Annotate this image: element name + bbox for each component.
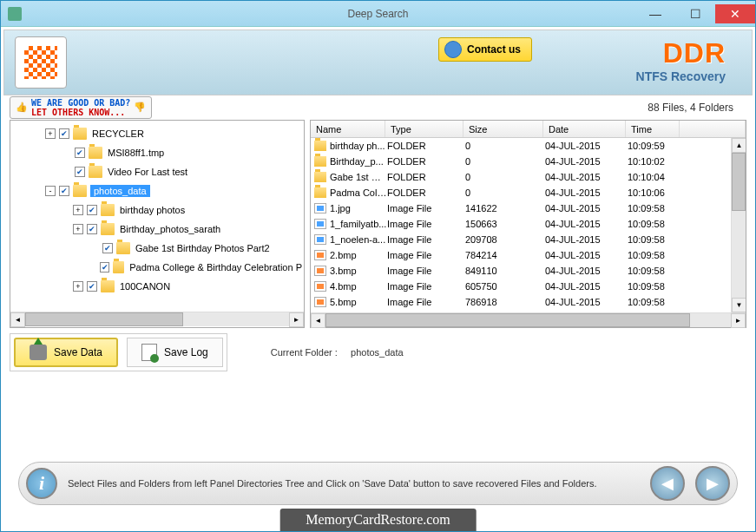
cell-time: 10:09:58 bbox=[628, 219, 681, 229]
folder-icon bbox=[314, 187, 326, 198]
image-icon bbox=[314, 234, 326, 245]
tree-toggle[interactable]: + bbox=[73, 224, 83, 234]
tree-item[interactable]: Gabe 1st Birthday Photos Part2 bbox=[10, 239, 304, 258]
list-row[interactable]: birthday ph...FOLDER004-JUL-201510:09:59 bbox=[311, 138, 731, 154]
col-spacer bbox=[680, 121, 746, 137]
scroll-left-button[interactable]: ◄ bbox=[311, 313, 325, 328]
save-icon bbox=[30, 345, 47, 360]
cell-type: FOLDER bbox=[387, 172, 465, 182]
tree-label[interactable]: birthday photos bbox=[118, 204, 187, 216]
tree-label[interactable]: photos_data bbox=[90, 185, 150, 197]
tree-checkbox[interactable] bbox=[87, 281, 97, 292]
tree-item[interactable]: -photos_data bbox=[10, 181, 304, 200]
cell-size: 209708 bbox=[465, 234, 545, 245]
cell-date: 04-JUL-2015 bbox=[545, 234, 628, 245]
scroll-right-button[interactable]: ► bbox=[731, 313, 746, 328]
col-time[interactable]: Time bbox=[626, 121, 680, 137]
list-hscroll[interactable]: ◄ ► bbox=[311, 312, 746, 327]
scroll-left-button[interactable]: ◄ bbox=[10, 312, 25, 327]
tree-checkbox[interactable] bbox=[59, 186, 69, 196]
save-data-label: Save Data bbox=[54, 346, 102, 358]
cell-time: 10:09:58 bbox=[628, 203, 681, 213]
tree-item[interactable]: Padma College & Birthday Celebration P bbox=[10, 258, 304, 277]
list-row[interactable]: 5.bmpImage File78691804-JUL-201510:09:58 bbox=[311, 294, 731, 310]
footer-url: MemoryCardRestore.com bbox=[279, 509, 477, 531]
list-vscroll[interactable]: ▲ ▼ bbox=[731, 138, 746, 312]
tree-item[interactable]: +birthday photos bbox=[10, 200, 304, 220]
cell-name: 2.bmp bbox=[330, 250, 387, 260]
tree-item[interactable]: +Birthday_photos_sarath bbox=[10, 220, 304, 239]
save-log-button[interactable]: Save Log bbox=[127, 338, 223, 367]
tree-checkbox[interactable] bbox=[102, 243, 113, 253]
list-row[interactable]: 2.bmpImage File78421404-JUL-201510:09:58 bbox=[311, 247, 731, 263]
tree-item[interactable]: Video For Last test bbox=[10, 162, 304, 181]
cell-type: FOLDER bbox=[387, 141, 465, 151]
tree-item[interactable]: +RECYCLER bbox=[10, 124, 304, 143]
app-icon bbox=[8, 7, 22, 21]
close-button[interactable]: ✕ bbox=[715, 4, 755, 23]
tree-label[interactable]: Gabe 1st Birthday Photos Part2 bbox=[134, 242, 272, 254]
banner: Contact us DDR NTFS Recovery bbox=[3, 30, 753, 95]
tree-label[interactable]: MSI88ff1.tmp bbox=[106, 147, 166, 159]
cell-date: 04-JUL-2015 bbox=[545, 172, 628, 182]
folder-icon bbox=[314, 141, 326, 151]
tree-toggle[interactable]: - bbox=[45, 186, 56, 196]
save-data-button[interactable]: Save Data bbox=[14, 338, 118, 367]
list-row[interactable]: 1_noelen-a...Image File20970804-JUL-2015… bbox=[311, 232, 731, 247]
tree-label[interactable]: Padma College & Birthday Celebration P bbox=[128, 261, 304, 273]
tree-toggle[interactable]: + bbox=[73, 281, 83, 292]
list-row[interactable]: 3.bmpImage File84911004-JUL-201510:09:58 bbox=[311, 263, 731, 279]
list-row[interactable]: Birthday_p...FOLDER004-JUL-201510:10:02 bbox=[311, 154, 731, 169]
minimize-button[interactable]: — bbox=[635, 4, 675, 23]
tree-checkbox[interactable] bbox=[100, 262, 108, 273]
tree-checkbox[interactable] bbox=[59, 128, 69, 139]
cell-name: birthday ph... bbox=[330, 141, 387, 151]
logo bbox=[15, 36, 67, 89]
tree-label[interactable]: Video For Last test bbox=[106, 166, 189, 178]
current-folder-label: Current Folder : bbox=[271, 347, 338, 358]
feedback-button[interactable]: WE ARE GOOD OR BAD? LET OTHERS KNOW... bbox=[10, 96, 152, 119]
tree-item[interactable]: MSI88ff1.tmp bbox=[10, 143, 304, 162]
col-type[interactable]: Type bbox=[385, 121, 463, 137]
folder-icon bbox=[314, 156, 326, 167]
col-name[interactable]: Name bbox=[311, 121, 385, 137]
folder-icon bbox=[73, 185, 87, 197]
cell-name: 4.bmp bbox=[330, 281, 387, 292]
cell-type: Image File bbox=[387, 234, 465, 245]
tree-checkbox[interactable] bbox=[75, 167, 85, 177]
scroll-up-button[interactable]: ▲ bbox=[732, 138, 746, 153]
tree-checkbox[interactable] bbox=[87, 224, 97, 234]
col-date[interactable]: Date bbox=[543, 121, 626, 137]
cell-time: 10:09:58 bbox=[628, 297, 681, 307]
contact-label: Contact us bbox=[467, 43, 521, 56]
maximize-button[interactable]: ☐ bbox=[675, 4, 715, 23]
back-button[interactable]: ◀ bbox=[650, 466, 685, 501]
tree-label[interactable]: Birthday_photos_sarath bbox=[118, 223, 222, 235]
tree-label[interactable]: 100CANON bbox=[118, 280, 172, 292]
cell-size: 150663 bbox=[465, 219, 545, 229]
hint-text: Select Files and Folders from left Panel… bbox=[68, 478, 640, 489]
tree-hscroll[interactable]: ◄ ► bbox=[10, 312, 304, 326]
list-row[interactable]: 1.jpgImage File14162204-JUL-201510:09:58 bbox=[311, 200, 731, 216]
scroll-right-button[interactable]: ► bbox=[289, 312, 304, 327]
file-count-label: 88 Files, 4 Folders bbox=[648, 102, 733, 114]
image-icon bbox=[314, 203, 326, 213]
scroll-down-button[interactable]: ▼ bbox=[732, 298, 746, 312]
col-size[interactable]: Size bbox=[463, 121, 543, 137]
image-icon bbox=[314, 266, 326, 276]
tree-item[interactable]: +100CANON bbox=[10, 277, 304, 296]
tree-checkbox[interactable] bbox=[75, 148, 85, 158]
tree-checkbox[interactable] bbox=[87, 205, 97, 215]
cell-name: Padma Coll... bbox=[330, 187, 387, 198]
next-button[interactable]: ▶ bbox=[695, 466, 730, 501]
list-row[interactable]: 1_familyatb...Image File15066304-JUL-201… bbox=[311, 216, 731, 232]
list-row[interactable]: Padma Coll...FOLDER004-JUL-201510:10:06 bbox=[311, 185, 731, 200]
list-row[interactable]: 4.bmpImage File60575004-JUL-201510:09:58 bbox=[311, 279, 731, 294]
cell-time: 10:09:58 bbox=[628, 281, 681, 292]
tree-toggle[interactable]: + bbox=[45, 128, 56, 139]
cell-date: 04-JUL-2015 bbox=[545, 281, 628, 292]
contact-us-button[interactable]: Contact us bbox=[438, 37, 532, 62]
list-row[interactable]: Gabe 1st Bi...FOLDER004-JUL-201510:10:04 bbox=[311, 169, 731, 185]
tree-label[interactable]: RECYCLER bbox=[90, 128, 146, 140]
tree-toggle[interactable]: + bbox=[73, 205, 83, 215]
